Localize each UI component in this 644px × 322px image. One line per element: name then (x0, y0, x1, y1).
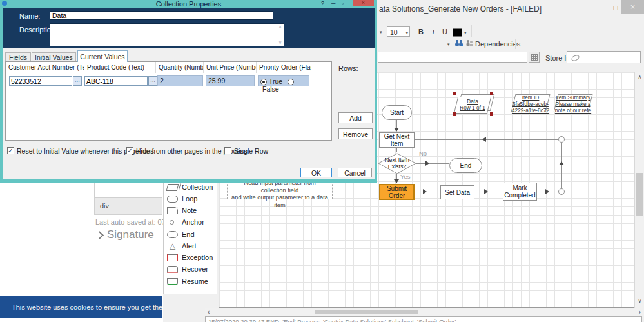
dependencies-button[interactable]: Dependencies (475, 40, 520, 48)
vertical-scroll-thumb[interactable] (636, 173, 643, 216)
toolbox-item-recover[interactable]: Recover (167, 263, 208, 275)
toolbar-separator2 (515, 39, 516, 49)
toolbox-label: Loop (182, 195, 197, 203)
radio-false[interactable] (288, 79, 294, 85)
expression-input[interactable] (378, 52, 527, 63)
bold-button[interactable]: B (416, 28, 425, 35)
single-row-checkbox[interactable] (224, 147, 231, 154)
toolbox-item-resume[interactable]: Resume (167, 276, 208, 287)
connector (474, 192, 503, 192)
reset-initial-checkbox[interactable]: ✓ (7, 147, 14, 154)
values-table: Customer Acct Number (Text) Product Code… (5, 61, 332, 141)
product-code-input[interactable] (84, 76, 148, 86)
vertical-scrollbar[interactable]: ∧ ∨ (634, 72, 644, 308)
selection-handle[interactable] (490, 112, 493, 116)
session-log-box: 15/07/2020 20:39:47 END: 'End' Process: … (205, 316, 642, 322)
name-input[interactable] (50, 11, 273, 20)
tab-initial-values[interactable]: Initial Values (32, 52, 76, 62)
cookie-banner: This website uses cookies to ensure you … (0, 296, 162, 318)
maximize-button[interactable]: □ (610, 4, 621, 12)
signature-section[interactable]: Signature (97, 228, 154, 241)
flow-node-end[interactable]: End (449, 158, 482, 173)
dependencies-icon[interactable] (465, 39, 473, 47)
arrowhead-right (425, 161, 429, 166)
flow-anchor-bottom[interactable] (558, 188, 565, 195)
search-dropdown-caret[interactable]: ▾ (447, 42, 450, 47)
column-header-priority-order[interactable]: Priority Order (Flag) (257, 62, 311, 73)
toolbox-label: Resume (182, 277, 208, 285)
end-icon (167, 231, 178, 238)
scroll-right-arrow[interactable]: › (639, 308, 641, 316)
toolbox-item-collection[interactable]: Collection (167, 181, 213, 193)
remove-row-button[interactable]: Remove (338, 128, 373, 139)
minimize-button[interactable]: ─ (598, 4, 609, 12)
toolbox-item-anchor[interactable]: Anchor (167, 216, 204, 228)
store-in-input[interactable] (567, 51, 641, 63)
underline-button[interactable]: U (441, 28, 449, 35)
scroll-up-arrow[interactable]: ∧ (635, 74, 644, 80)
tab-current-values[interactable]: Current Values (77, 50, 128, 62)
dialog-help-icon[interactable]: ? (321, 0, 324, 6)
column-header-unit-price[interactable]: Unit Price (Number) (204, 62, 257, 73)
scroll-down-arrow[interactable]: ∨ (635, 298, 644, 304)
toolbox-item-end[interactable]: End (167, 228, 195, 240)
selection-handle[interactable] (490, 92, 493, 95)
toolbar-separator (471, 25, 472, 37)
form-element-box[interactable] (94, 181, 163, 197)
flow-node-submit-order[interactable]: Submit Order (379, 184, 415, 200)
selection-handle[interactable] (453, 92, 456, 95)
chevron-right-icon (95, 231, 104, 239)
flow-node-set-data[interactable]: Set Data (440, 185, 474, 199)
flow-node-mark-completed[interactable]: Mark Completed (503, 183, 537, 201)
font-dropdown-caret[interactable]: ▾ (380, 30, 382, 35)
find-references-icon[interactable] (454, 39, 463, 47)
screen: { "colors": { "dialog_teal": "#63c5c3", … (0, 0, 644, 322)
arrowhead-right (545, 189, 549, 194)
font-size-select[interactable]: 10 ▾ (387, 26, 410, 37)
quantity-cell[interactable]: 2 (157, 75, 203, 86)
horizontal-scroll-thumb[interactable] (315, 310, 418, 314)
calculator-grid-glyph (531, 54, 538, 61)
calculator-button[interactable] (529, 52, 540, 63)
cancel-button[interactable]: Cancel (338, 168, 372, 177)
close-button[interactable]: × (621, 0, 644, 14)
scroll-up-icon[interactable]: ∧ (278, 25, 282, 30)
arrowhead-up (559, 161, 564, 165)
toolbox-item-exception[interactable]: Exception (167, 252, 213, 263)
branch-yes-label: Yes (400, 173, 411, 180)
unit-price-cell[interactable]: 25.99 (206, 75, 255, 86)
dialog-close-button[interactable]: × (353, 0, 374, 6)
div-element-box[interactable]: div (94, 197, 162, 215)
ok-button[interactable]: OK (300, 168, 332, 177)
selection-handle[interactable] (453, 112, 456, 116)
radio-true[interactable] (260, 79, 267, 85)
product-code-browse-button[interactable]: … (148, 76, 157, 86)
hide-pages-checkbox[interactable]: ✓ (126, 147, 133, 154)
tab-fields[interactable]: Fields (5, 52, 31, 62)
dialog-maximize-icon[interactable]: ▫ (342, 0, 344, 6)
add-row-button[interactable]: Add (338, 112, 373, 123)
column-header-customer-acct[interactable]: Customer Acct Number (Text) (6, 62, 84, 73)
customer-acct-browse-button[interactable]: … (73, 76, 82, 86)
font-color-caret[interactable]: ▾ (464, 30, 467, 35)
horizontal-scrollbar[interactable]: ‹ › (205, 308, 644, 316)
description-textarea[interactable]: ∧ ∨ (50, 23, 284, 46)
scroll-down-icon[interactable]: ∨ (278, 40, 282, 45)
scroll-left-arrow[interactable]: ‹ (208, 308, 210, 316)
font-color-swatch[interactable] (453, 28, 462, 37)
font-size-caret: ▾ (405, 30, 408, 35)
flow-node-start[interactable]: Start (382, 105, 412, 120)
italic-button[interactable]: I (429, 28, 437, 35)
font-size-value: 10 (390, 28, 398, 36)
toolbox-item-loop[interactable]: Loop (167, 193, 197, 205)
dialog-titlebar[interactable]: Collection Properties ? ─ ▫ × (0, 0, 377, 8)
column-header-product-code[interactable]: Product Code (Text) (84, 62, 156, 73)
customer-acct-input[interactable] (9, 76, 72, 86)
column-header-quantity[interactable]: Quantity (Number) (156, 62, 204, 73)
dialog-minimize-icon[interactable]: ─ (331, 0, 335, 6)
flow-anchor-top[interactable] (558, 136, 565, 143)
flow-node-get-next-item[interactable]: Get Next Item (379, 132, 415, 148)
toolbox-item-note[interactable]: Note (167, 205, 197, 216)
toolbox-item-alert[interactable]: △ Alert (167, 240, 197, 252)
data-collection-subtitle: Row 1 of 1 (456, 105, 489, 112)
